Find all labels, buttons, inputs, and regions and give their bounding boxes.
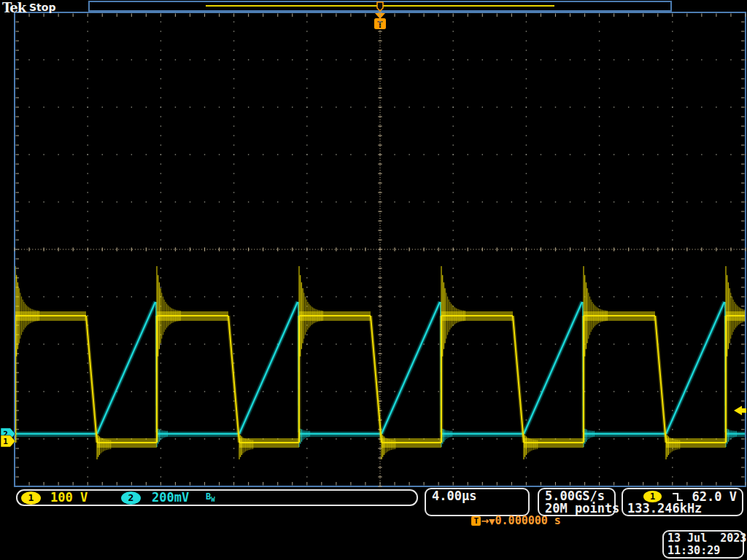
time-text: 11:30:29 — [664, 545, 743, 557]
date-text: 13 Jul 2023 — [664, 532, 743, 545]
horizontal-readout-box: 4.00µs T→▼0.000000 s — [425, 488, 530, 516]
scope-display: T 21 — [0, 0, 747, 560]
oscilloscope-screen: T 21 Tek Stop 1 100 V 2 200mV BW 4.00µs … — [0, 0, 747, 560]
channel-markers: 21 — [1, 428, 15, 447]
trigger-level-arrow — [734, 406, 746, 416]
trigger-t-icon: T — [471, 516, 481, 526]
ch2-bandwidth-limit-indicator: BW — [206, 491, 215, 503]
datetime-box: 13 Jul 2023 11:30:29 — [662, 530, 744, 559]
trigger-position-readout: T→▼0.000000 s — [426, 502, 528, 515]
ch1-scale-readout: 100 V — [50, 491, 88, 505]
acquisition-status: Stop — [29, 1, 55, 13]
record-view-bar — [89, 1, 671, 11]
trigger-readout-box: 1 62.0 V 133.246kHz — [622, 488, 743, 516]
svg-text:1: 1 — [3, 437, 8, 446]
bw-sub-letter: W — [211, 496, 214, 503]
ch2-scale-readout: 200mV — [152, 491, 189, 505]
acquisition-readout-box: 5.00GS/s 20M points — [538, 488, 616, 516]
ch2-badge: 2 — [121, 491, 141, 505]
arrow-right-icon: → — [481, 516, 489, 526]
horizontal-scale-readout: 4.00µs — [426, 490, 528, 502]
trigger-frequency-readout: 133.246kHz — [623, 502, 742, 515]
vertical-readout-box: 1 100 V 2 200mV BW — [16, 489, 418, 506]
ch1-badge: 1 — [21, 491, 41, 505]
tek-logo: Tek — [2, 0, 26, 15]
record-length-readout: 20M points — [539, 502, 614, 515]
arrow-down-icon: ▼ — [489, 517, 495, 526]
brand-area: Tek — [2, 0, 26, 13]
